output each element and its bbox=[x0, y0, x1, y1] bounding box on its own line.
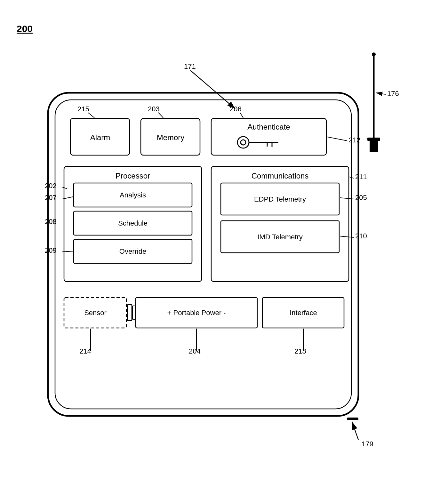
edpd-telemetry-label: EDPD Telemetry bbox=[254, 195, 306, 203]
svg-line-31 bbox=[240, 113, 243, 118]
ref-214: 214 bbox=[79, 347, 91, 355]
svg-rect-6 bbox=[70, 118, 130, 155]
svg-rect-17 bbox=[74, 239, 192, 263]
svg-line-34 bbox=[62, 197, 73, 199]
svg-line-43 bbox=[352, 422, 358, 440]
svg-line-39 bbox=[340, 236, 354, 237]
svg-rect-7 bbox=[141, 118, 200, 155]
communications-label: Communications bbox=[252, 171, 309, 180]
portable-power-label: + Portable Power - bbox=[167, 309, 226, 317]
svg-rect-5 bbox=[55, 100, 351, 409]
analysis-label: Analysis bbox=[120, 191, 146, 199]
svg-rect-23 bbox=[132, 306, 135, 319]
processor-label: Processor bbox=[116, 171, 150, 180]
ref-202: 202 bbox=[45, 182, 57, 190]
ref-209: 209 bbox=[45, 246, 57, 254]
ref-179: 179 bbox=[362, 440, 373, 448]
schedule-label: Schedule bbox=[118, 219, 148, 227]
svg-rect-15 bbox=[74, 183, 192, 207]
interface-label: Interface bbox=[290, 309, 317, 317]
svg-rect-3 bbox=[370, 141, 378, 152]
ref-204: 204 bbox=[189, 347, 201, 355]
imd-telemetry-label: IMD Telemetry bbox=[257, 233, 302, 241]
svg-line-37 bbox=[349, 177, 354, 178]
svg-point-9 bbox=[237, 137, 249, 148]
svg-rect-18 bbox=[211, 166, 349, 282]
svg-rect-2 bbox=[367, 138, 380, 141]
ref-207: 207 bbox=[45, 194, 57, 202]
authenticate-label: Authenticate bbox=[247, 123, 290, 131]
svg-rect-21 bbox=[64, 298, 126, 328]
ref-176: 176 bbox=[387, 90, 399, 98]
svg-rect-24 bbox=[136, 298, 257, 328]
svg-point-1 bbox=[372, 52, 376, 56]
svg-line-28 bbox=[376, 93, 386, 94]
svg-rect-4 bbox=[48, 93, 358, 416]
ref-215: 215 bbox=[77, 105, 89, 113]
svg-rect-26 bbox=[347, 418, 358, 420]
ref-211: 211 bbox=[355, 173, 367, 181]
ref-171: 171 bbox=[184, 62, 196, 70]
svg-line-29 bbox=[88, 113, 94, 118]
svg-line-36 bbox=[62, 251, 73, 252]
svg-line-33 bbox=[62, 187, 67, 189]
ref-203: 203 bbox=[148, 105, 160, 113]
svg-rect-19 bbox=[221, 183, 339, 215]
svg-rect-22 bbox=[127, 305, 132, 321]
svg-line-27 bbox=[190, 70, 235, 109]
svg-line-32 bbox=[327, 137, 347, 141]
ref-205: 205 bbox=[355, 194, 367, 202]
svg-point-10 bbox=[241, 140, 246, 145]
svg-rect-20 bbox=[221, 221, 339, 253]
alarm-label: Alarm bbox=[90, 133, 110, 142]
main-figure-label: 200 bbox=[17, 23, 33, 34]
ref-206: 206 bbox=[230, 105, 242, 113]
sensor-label: Sensor bbox=[84, 309, 107, 317]
svg-rect-16 bbox=[74, 211, 192, 235]
svg-line-30 bbox=[158, 113, 163, 118]
ref-212: 212 bbox=[349, 136, 361, 144]
svg-rect-14 bbox=[64, 166, 202, 282]
override-label: Override bbox=[119, 247, 146, 255]
svg-rect-8 bbox=[211, 118, 326, 155]
svg-line-38 bbox=[340, 198, 354, 199]
ref-208: 208 bbox=[45, 218, 57, 226]
ref-213: 213 bbox=[294, 347, 306, 355]
memory-label: Memory bbox=[157, 133, 185, 142]
ref-210: 210 bbox=[355, 232, 367, 240]
svg-rect-25 bbox=[262, 298, 344, 328]
